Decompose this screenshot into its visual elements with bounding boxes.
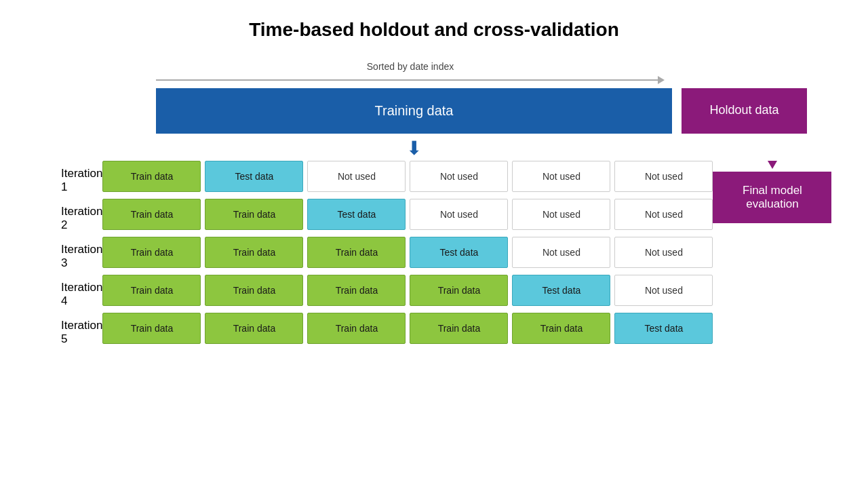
sort-arrow-line bbox=[156, 79, 658, 81]
grid-row-5: Train dataTrain dataTrain dataTrain data… bbox=[102, 313, 713, 344]
grid-row-2: Train dataTrain dataTest dataNot usedNot… bbox=[102, 199, 713, 230]
cell-row3-col1: Train data bbox=[102, 237, 201, 268]
cell-row2-col2: Train data bbox=[205, 199, 303, 230]
cell-row1-col3: Not used bbox=[307, 161, 406, 192]
iteration-label-4: Iteration 4 bbox=[61, 279, 102, 310]
grid-area: Train dataTest dataNot usedNot usedNot u… bbox=[102, 161, 713, 344]
cell-row1-col5: Not used bbox=[512, 161, 610, 192]
cell-row1-col4: Not used bbox=[410, 161, 508, 192]
down-arrow-container: ⬇ bbox=[156, 139, 672, 158]
sort-label: Sorted by date index bbox=[156, 61, 665, 72]
cell-row2-col4: Not used bbox=[410, 199, 508, 230]
cell-row4-col5: Test data bbox=[512, 275, 610, 306]
down-arrow-icon: ⬇ bbox=[406, 139, 422, 158]
cell-row1-col2: Test data bbox=[205, 161, 303, 192]
cell-row4-col6: Not used bbox=[614, 275, 713, 306]
iteration-labels: Iteration 1Iteration 2Iteration 3Iterati… bbox=[61, 161, 102, 348]
iteration-label-3: Iteration 3 bbox=[61, 241, 102, 272]
cell-row5-col2: Train data bbox=[205, 313, 303, 344]
iteration-label-1: Iteration 1 bbox=[61, 165, 102, 196]
main-row: Training data Holdout data bbox=[156, 88, 807, 134]
cell-row2-col1: Train data bbox=[102, 199, 201, 230]
cell-row3-col3: Train data bbox=[307, 237, 406, 268]
cell-row1-col6: Not used bbox=[614, 161, 713, 192]
page-title: Time-based holdout and cross-validation bbox=[0, 0, 868, 47]
cell-row2-col5: Not used bbox=[512, 199, 610, 230]
iterations-area: Iteration 1Iteration 2Iteration 3Iterati… bbox=[61, 161, 807, 348]
cell-row2-col6: Not used bbox=[614, 199, 713, 230]
cell-row2-col3: Test data bbox=[307, 199, 406, 230]
cell-row4-col3: Train data bbox=[307, 275, 406, 306]
cell-row1-col1: Train data bbox=[102, 161, 201, 192]
sort-arrow-head bbox=[658, 76, 665, 84]
iteration-label-5: Iteration 5 bbox=[61, 317, 102, 348]
right-arrow-head-icon bbox=[768, 161, 777, 169]
cell-row4-col4: Train data bbox=[410, 275, 508, 306]
cell-row3-col5: Not used bbox=[512, 237, 610, 268]
cell-row3-col6: Not used bbox=[614, 237, 713, 268]
cell-row5-col4: Train data bbox=[410, 313, 508, 344]
cell-row4-col2: Train data bbox=[205, 275, 303, 306]
sort-label-row: Sorted by date index bbox=[156, 61, 665, 73]
cell-row4-col1: Train data bbox=[102, 275, 201, 306]
cell-row5-col3: Train data bbox=[307, 313, 406, 344]
grid-row-3: Train dataTrain dataTrain dataTest dataN… bbox=[102, 237, 713, 268]
cell-row5-col1: Train data bbox=[102, 313, 201, 344]
cell-row5-col6: Test data bbox=[614, 313, 713, 344]
right-arrow-container bbox=[768, 161, 777, 169]
grid-row-4: Train dataTrain dataTrain dataTrain data… bbox=[102, 275, 713, 306]
down-arrow-row: ⬇ bbox=[156, 139, 807, 158]
right-side: Final model evaluation bbox=[713, 161, 831, 223]
cell-row3-col2: Train data bbox=[205, 237, 303, 268]
training-box: Training data bbox=[156, 88, 672, 134]
iteration-label-2: Iteration 2 bbox=[61, 203, 102, 234]
cell-row5-col5: Train data bbox=[512, 313, 610, 344]
diagram-container: Sorted by date index Training data Holdo… bbox=[61, 47, 807, 348]
grid-row-1: Train dataTest dataNot usedNot usedNot u… bbox=[102, 161, 713, 192]
cell-row3-col4: Test data bbox=[410, 237, 508, 268]
holdout-box: Holdout data bbox=[682, 88, 807, 134]
final-model-box: Final model evaluation bbox=[713, 172, 831, 223]
sort-arrow-row bbox=[156, 76, 665, 84]
